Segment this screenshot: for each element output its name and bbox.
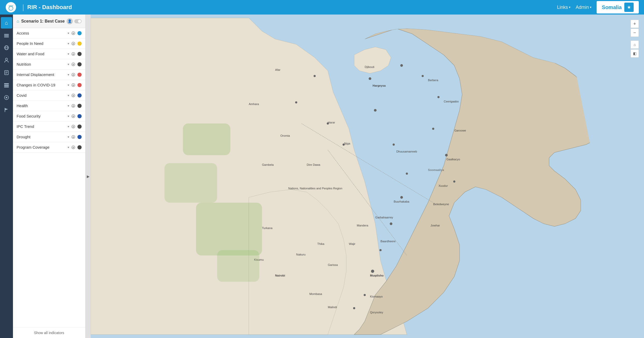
layer-chevron-ipc-trend[interactable]: ▾ [68, 125, 69, 128]
layer-item-access[interactable]: Access ▾ [13, 28, 85, 38]
svg-text:Harar: Harar [328, 121, 335, 124]
layer-download-food-security[interactable] [71, 114, 76, 119]
star-button[interactable]: ★ [624, 3, 634, 12]
layer-download-changes-in-covid[interactable] [71, 82, 76, 88]
svg-text:Garbahaarrey: Garbahaarrey [375, 216, 393, 219]
map-layers-button[interactable]: ◧ [631, 49, 639, 58]
sidebar-item-home[interactable]: ⌂ [1, 17, 12, 29]
zoom-out-button[interactable]: − [631, 29, 639, 37]
svg-rect-3 [4, 34, 9, 35]
layer-download-program-coverage[interactable] [71, 145, 76, 150]
layer-controls-program-coverage: ▾ [68, 145, 82, 150]
svg-rect-5 [4, 37, 9, 37]
panel-toggle-button[interactable]: ▶ [85, 15, 91, 338]
svg-text:Gambela: Gambela [262, 163, 274, 166]
zoom-controls: + − [631, 20, 639, 37]
map-home-button[interactable]: ⌂ [631, 40, 639, 49]
layer-chevron-drought[interactable]: ▾ [68, 135, 69, 139]
svg-point-38 [406, 173, 408, 175]
layer-chevron-changes-in-covid[interactable]: ▾ [68, 83, 69, 87]
sidebar-item-flag[interactable] [1, 104, 12, 116]
sidebar-item-people[interactable] [1, 54, 12, 66]
layer-download-ipc-trend[interactable] [71, 124, 76, 129]
svg-text:Beledweyne: Beledweyne [433, 203, 449, 206]
layer-download-drought[interactable] [71, 134, 76, 140]
layer-chevron-program-coverage[interactable]: ▾ [68, 146, 69, 149]
svg-text:Buurhakaba: Buurhakaba [394, 200, 410, 203]
admin-menu[interactable]: Admin ▾ [576, 5, 591, 10]
layer-item-internal-displacement[interactable]: Internal Displacement ▾ [13, 70, 85, 80]
svg-text:Xuudur: Xuudur [439, 184, 448, 187]
sidebar-item-network[interactable] [1, 92, 12, 103]
layer-item-covid[interactable]: Covid ▾ [13, 90, 85, 101]
layer-chevron-food-security[interactable]: ▾ [68, 114, 69, 118]
show-all-indicators-button[interactable]: Show all indicators [13, 327, 85, 338]
layer-download-covid[interactable] [71, 93, 76, 98]
svg-rect-91 [164, 163, 217, 203]
svg-point-44 [353, 307, 355, 309]
layer-name-drought: Drought [17, 135, 68, 139]
svg-rect-4 [4, 35, 9, 36]
layer-chevron-covid[interactable]: ▾ [68, 94, 69, 97]
svg-text:Mombasa: Mombasa [309, 292, 322, 295]
layer-item-program-coverage[interactable]: Program Coverage ▾ [13, 142, 85, 153]
toggle-switch[interactable] [74, 19, 82, 23]
layer-chevron-people-in-need[interactable]: ▾ [68, 42, 69, 45]
country-name: Somalia [602, 4, 622, 10]
layer-download-nutrition[interactable] [71, 62, 76, 67]
svg-rect-90 [183, 123, 230, 155]
layer-chevron-nutrition[interactable]: ▾ [68, 63, 69, 66]
layer-dot-covid [77, 93, 82, 98]
layer-name-access: Access [17, 31, 68, 35]
svg-text:Nakuru: Nakuru [296, 253, 305, 256]
layer-download-people-in-need[interactable] [71, 41, 76, 46]
layer-item-ipc-trend[interactable]: IPC Trend ▾ [13, 121, 85, 132]
svg-point-52 [453, 181, 455, 183]
layer-name-food-security: Food Security [17, 114, 68, 118]
layer-item-food-security[interactable]: Food Security ▾ [13, 111, 85, 121]
layer-item-health[interactable]: Health ▾ [13, 101, 85, 111]
links-menu[interactable]: Links ▾ [557, 5, 570, 10]
layer-chevron-internal-displacement[interactable]: ▾ [68, 73, 69, 77]
zoom-in-button[interactable]: + [631, 20, 639, 28]
layer-chevron-water-and-food[interactable]: ▾ [68, 52, 69, 56]
layer-name-covid: Covid [17, 93, 68, 98]
layer-item-people-in-need[interactable]: People In Need ▾ [13, 38, 85, 49]
svg-text:Oromia: Oromia [280, 134, 290, 137]
sidebar-item-book[interactable] [1, 67, 12, 78]
admin-chevron-icon: ▾ [590, 5, 591, 9]
layer-item-nutrition[interactable]: Nutrition ▾ [13, 59, 85, 70]
layer-controls-ipc-trend: ▾ [68, 124, 82, 129]
layer-dot-drought [77, 135, 82, 139]
layer-chevron-access[interactable]: ▾ [68, 31, 69, 35]
svg-point-39 [400, 196, 403, 199]
sidebar-item-list[interactable] [1, 79, 12, 91]
layer-item-changes-in-covid[interactable]: Changes in COVID-19 ▾ [13, 80, 85, 90]
layer-dot-program-coverage [77, 145, 82, 149]
sidebar-item-layers[interactable] [1, 30, 12, 41]
layer-download-health[interactable] [71, 103, 76, 108]
layer-item-water-and-food[interactable]: Water and Food ▾ [13, 49, 85, 59]
svg-text:Baardheere: Baardheere [381, 240, 396, 243]
layer-item-drought[interactable]: Drought ▾ [13, 132, 85, 142]
icon-sidebar: ⌂ [0, 15, 13, 338]
layer-download-water-and-food[interactable] [71, 51, 76, 57]
svg-point-40 [390, 223, 392, 225]
svg-text:Garoowe: Garoowe [454, 129, 466, 132]
map-area[interactable]: Hargeysa Berbera Ceerigaabo Garoowe Gaal… [91, 15, 644, 338]
svg-point-43 [364, 294, 366, 296]
layer-download-access[interactable] [71, 31, 76, 36]
layer-dot-nutrition [77, 62, 82, 66]
sidebar-item-globe[interactable] [1, 42, 12, 53]
layer-dot-food-security [77, 114, 82, 118]
svg-point-42 [371, 270, 374, 273]
flag-icon [4, 107, 9, 113]
layer-controls-covid: ▾ [68, 93, 82, 98]
layer-chevron-health[interactable]: ▾ [68, 104, 69, 108]
svg-text:Wajir: Wajir [349, 242, 355, 245]
scenario-home-icon[interactable]: ⌂ [17, 19, 19, 24]
layer-dot-water-and-food [77, 52, 82, 56]
svg-point-36 [374, 109, 376, 112]
layer-download-internal-displacement[interactable] [71, 72, 76, 77]
layer-name-ipc-trend: IPC Trend [17, 124, 68, 129]
